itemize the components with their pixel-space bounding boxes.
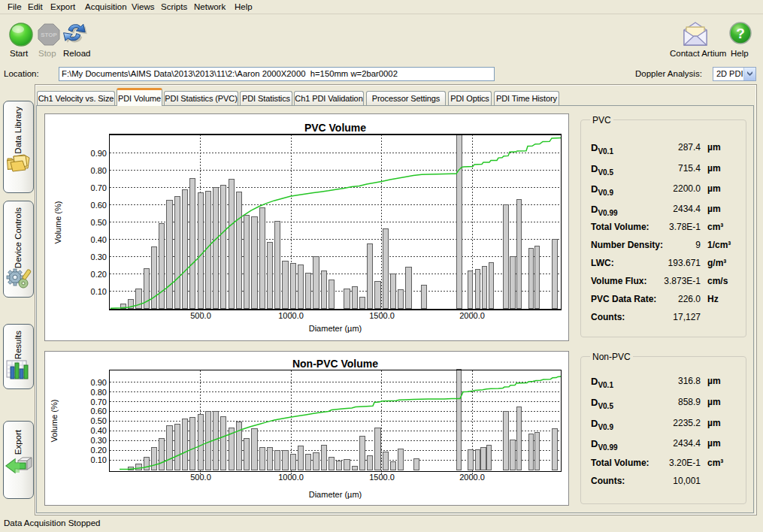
svg-text:0.70: 0.70 (91, 183, 107, 192)
svg-text:Diameter (µm): Diameter (µm) (309, 490, 362, 499)
svg-text:Non-PVC Volume: Non-PVC Volume (292, 358, 378, 370)
svg-text:STOP: STOP (41, 32, 57, 38)
svg-text:0.40: 0.40 (91, 235, 107, 244)
svg-text:0.40: 0.40 (91, 426, 107, 435)
svg-text:0.50: 0.50 (91, 218, 107, 227)
svg-text:?: ? (736, 26, 745, 41)
svg-text:0.50: 0.50 (91, 416, 107, 425)
svg-text:1500.0: 1500.0 (369, 311, 395, 320)
svg-text:0.30: 0.30 (91, 252, 107, 261)
svg-text:2000.0: 2000.0 (459, 473, 485, 482)
svg-text:0.10: 0.10 (91, 287, 107, 296)
svg-text:Volume (%): Volume (%) (53, 201, 62, 244)
svg-text:0.80: 0.80 (91, 166, 107, 175)
svg-text:0.80: 0.80 (91, 388, 107, 397)
svg-text:1000.0: 1000.0 (278, 473, 304, 482)
svg-text:0.90: 0.90 (91, 378, 107, 387)
svg-text:1500.0: 1500.0 (369, 473, 395, 482)
svg-text:0.60: 0.60 (91, 201, 107, 210)
svg-text:Diameter (µm): Diameter (µm) (309, 324, 362, 333)
svg-text:500.0: 500.0 (190, 311, 211, 320)
svg-text:Volume (%): Volume (%) (50, 400, 59, 443)
svg-text:500.0: 500.0 (190, 473, 211, 482)
svg-text:0.60: 0.60 (91, 407, 107, 416)
svg-text:0.30: 0.30 (91, 436, 107, 445)
svg-text:0.70: 0.70 (91, 397, 107, 407)
svg-text:PVC Volume: PVC Volume (304, 122, 366, 134)
svg-text:2000.0: 2000.0 (459, 311, 485, 320)
svg-text:0.20: 0.20 (91, 446, 107, 455)
svg-text:0.10: 0.10 (91, 455, 107, 464)
svg-text:0.20: 0.20 (91, 270, 107, 279)
svg-text:0.90: 0.90 (91, 149, 107, 158)
svg-text:1000.0: 1000.0 (278, 311, 304, 320)
